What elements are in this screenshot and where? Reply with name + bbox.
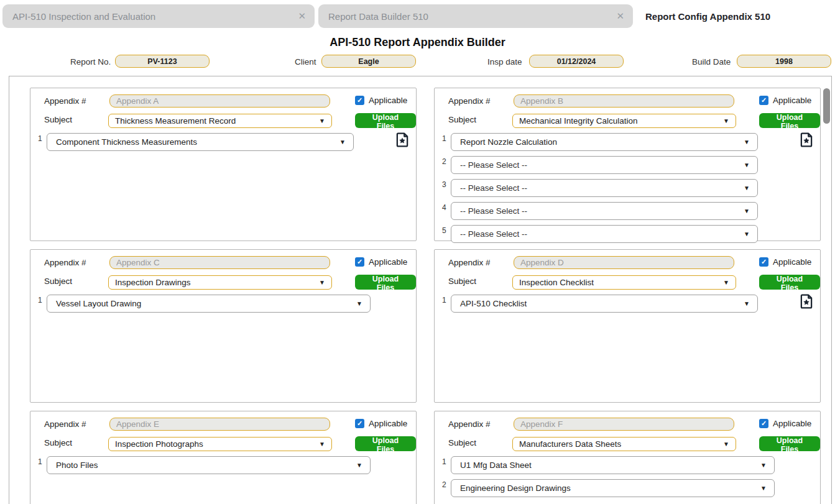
appendix-number-input[interactable] (109, 256, 330, 269)
build-date-input[interactable] (737, 55, 831, 68)
chevron-down-icon: ▼ (351, 462, 362, 469)
upload-files-button[interactable]: Upload Files (355, 275, 416, 290)
item-select[interactable]: Vessel Layout Drawing ▼ (47, 295, 371, 313)
applicable-checkbox[interactable]: ✓ (355, 96, 364, 105)
appendix-panel: Appendix # ✓ Applicable Subject Manufact… (434, 411, 821, 504)
chevron-down-icon: ▼ (739, 185, 750, 191)
client-input[interactable] (321, 55, 416, 68)
appendix-builder-container: Appendix # ✓ Applicable Subject Thicknes… (9, 76, 832, 504)
row-number: 3 (442, 179, 451, 189)
upload-files-button[interactable]: Upload Files (355, 113, 416, 128)
chevron-down-icon: ▼ (314, 117, 325, 124)
upload-files-button[interactable]: Upload Files (759, 113, 820, 128)
check-icon: ✓ (357, 259, 362, 265)
upload-files-button[interactable]: Upload Files (759, 436, 820, 451)
applicable-label: Applicable (369, 96, 407, 105)
subject-value: Mechanical Integrity Calculation (519, 116, 638, 126)
item-value: -- Please Select -- (460, 160, 527, 170)
chevron-down-icon: ▼ (739, 231, 750, 237)
appendix-item-row: 1 Report Nozzle Calculation ▼ (442, 133, 758, 151)
appendix-panel: Appendix # ✓ Applicable Subject Inspecti… (434, 249, 821, 403)
item-select[interactable]: Report Nozzle Calculation ▼ (451, 133, 758, 151)
item-value: Report Nozzle Calculation (460, 137, 557, 147)
applicable-checkbox[interactable]: ✓ (759, 419, 768, 428)
applicable-label: Applicable (773, 257, 811, 267)
subject-select[interactable]: Thickness Measurement Record ▼ (108, 114, 332, 128)
item-select[interactable]: Engineering Design Drawings ▼ (451, 479, 775, 497)
close-icon[interactable]: ✕ (610, 11, 624, 22)
applicable-checkbox-group[interactable]: ✓ Applicable (759, 257, 811, 267)
tab-api-510-inspection[interactable]: API-510 Inspection and Evaluation ✕ (2, 4, 315, 28)
file-star-icon[interactable] (798, 132, 814, 148)
applicable-checkbox[interactable]: ✓ (355, 257, 364, 267)
chevron-down-icon: ▼ (314, 279, 325, 286)
insp-date-label: Insp date (487, 57, 522, 66)
appendix-item-row: 4 -- Please Select -- ▼ (442, 202, 758, 220)
file-star-icon[interactable] (394, 132, 410, 148)
appendix-number-input[interactable] (514, 94, 734, 108)
row-number: 1 (442, 295, 451, 305)
applicable-checkbox-group[interactable]: ✓ Applicable (355, 419, 407, 428)
tab-label: Report Config Appendix 510 (645, 11, 770, 22)
subject-value: Inspection Checklist (519, 278, 594, 287)
appendix-number-input[interactable] (514, 256, 734, 269)
tab-report-config-appendix[interactable]: Report Config Appendix 510 (635, 4, 835, 28)
insp-date-input[interactable] (529, 55, 624, 68)
report-no-input[interactable] (115, 55, 210, 68)
subject-label: Subject (448, 438, 476, 447)
upload-files-button[interactable]: Upload Files (759, 275, 820, 290)
file-star-icon[interactable] (798, 293, 814, 309)
applicable-checkbox-group[interactable]: ✓ Applicable (759, 96, 811, 105)
applicable-checkbox[interactable]: ✓ (759, 257, 768, 267)
subject-select[interactable]: Inspection Checklist ▼ (512, 275, 736, 290)
item-select[interactable]: -- Please Select -- ▼ (451, 179, 758, 197)
appendix-number-input[interactable] (109, 94, 330, 108)
item-value: Photo Files (56, 460, 98, 470)
chevron-down-icon: ▼ (755, 485, 767, 492)
subject-select[interactable]: Inspection Photographs ▼ (108, 437, 332, 451)
chevron-down-icon: ▼ (334, 139, 346, 145)
close-icon[interactable]: ✕ (292, 11, 306, 22)
applicable-checkbox-group[interactable]: ✓ Applicable (759, 419, 811, 428)
applicable-checkbox[interactable]: ✓ (759, 96, 768, 105)
subject-select[interactable]: Manufacturers Data Sheets ▼ (512, 437, 736, 451)
tab-report-data-builder[interactable]: Report Data Builder 510 ✕ (318, 4, 633, 28)
item-select[interactable]: U1 Mfg Data Sheet ▼ (451, 456, 775, 474)
applicable-checkbox[interactable]: ✓ (355, 419, 364, 428)
item-value: Vessel Layout Drawing (56, 299, 141, 308)
subject-value: Inspection Drawings (115, 278, 191, 287)
applicable-checkbox-group[interactable]: ✓ Applicable (355, 96, 407, 105)
row-number: 1 (38, 456, 47, 466)
subject-label: Subject (448, 115, 476, 124)
item-select[interactable]: Photo Files ▼ (47, 456, 371, 474)
subject-value: Thickness Measurement Record (115, 116, 236, 126)
client-label: Client (295, 57, 316, 66)
check-icon: ✓ (761, 259, 767, 265)
appendix-item-row: 2 Engineering Design Drawings ▼ (442, 479, 775, 497)
build-date-label: Build Date (692, 57, 731, 66)
page-title: API-510 Report Appendix Builder (0, 36, 835, 49)
appendix-number-label: Appendix # (44, 419, 86, 429)
appendix-number-input[interactable] (514, 418, 734, 431)
item-select[interactable]: -- Please Select -- ▼ (451, 202, 758, 220)
item-select[interactable]: -- Please Select -- ▼ (451, 225, 758, 243)
subject-select[interactable]: Inspection Drawings ▼ (108, 275, 332, 290)
item-select[interactable]: -- Please Select -- ▼ (451, 156, 758, 174)
item-value: -- Please Select -- (460, 229, 527, 239)
subject-select[interactable]: Mechanical Integrity Calculation ▼ (512, 114, 736, 128)
applicable-checkbox-group[interactable]: ✓ Applicable (355, 257, 407, 267)
row-number: 1 (442, 133, 451, 143)
applicable-label: Applicable (369, 257, 407, 267)
applicable-label: Applicable (773, 96, 811, 105)
row-number: 4 (442, 202, 451, 212)
item-select[interactable]: API-510 Checklist ▼ (451, 295, 758, 313)
report-no-label: Report No. (70, 57, 111, 66)
appendix-item-row: 2 -- Please Select -- ▼ (442, 156, 758, 174)
upload-files-button[interactable]: Upload Files (355, 436, 416, 451)
subject-value: Manufacturers Data Sheets (519, 439, 621, 449)
subject-label: Subject (44, 277, 72, 286)
appendix-item-row: 5 -- Please Select -- ▼ (442, 225, 758, 243)
appendix-number-input[interactable] (109, 418, 330, 431)
vertical-scrollbar-thumb[interactable] (823, 88, 830, 124)
item-select[interactable]: Component Thickness Measurements ▼ (47, 133, 354, 151)
